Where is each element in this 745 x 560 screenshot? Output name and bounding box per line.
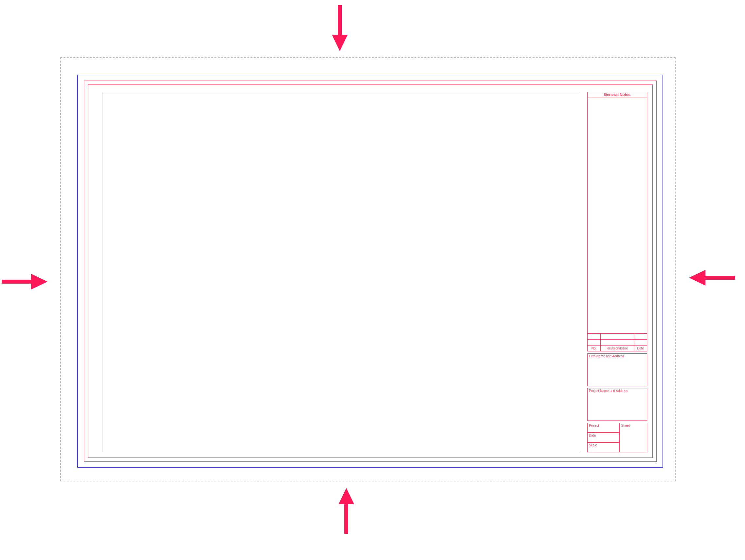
- sheet-info-block: Project Date Scale Sheet: [587, 423, 647, 452]
- general-notes-header: General Notes: [588, 92, 647, 97]
- project-label: Project Name and Address: [589, 389, 628, 393]
- firm-box: Firm Name and Address: [587, 353, 647, 386]
- revision-table: No. Revision/Issue Date: [587, 333, 647, 351]
- revision-row-empty: [588, 334, 647, 340]
- revision-block: No. Revision/Issue Date: [587, 333, 647, 351]
- date-field-box: Date: [587, 433, 620, 442]
- drawing-area: [102, 92, 580, 452]
- arrow-up-icon: [336, 488, 356, 534]
- general-notes-box: General Notes: [587, 92, 647, 98]
- rev-issue-header: Revision/Issue: [601, 345, 634, 351]
- sheet-field-label: Sheet: [621, 424, 630, 427]
- date-field-label: Date: [589, 434, 596, 437]
- rev-date-header: Date: [634, 345, 647, 351]
- arrow-left-icon: [689, 268, 735, 287]
- scale-field-label: Scale: [589, 443, 597, 447]
- revision-header-row: No. Revision/Issue Date: [588, 345, 647, 351]
- rev-no-header: No.: [588, 345, 601, 351]
- revision-row-empty: [588, 340, 647, 345]
- scale-field-box: Scale: [587, 442, 620, 452]
- firm-label: Firm Name and Address: [589, 354, 624, 358]
- project-box: Project Name and Address: [587, 388, 647, 421]
- project-field-label: Project: [589, 424, 599, 427]
- arrow-down-icon: [330, 5, 350, 51]
- general-notes-area: [587, 98, 647, 333]
- sheet-field-box: Sheet: [620, 423, 647, 452]
- arrow-right-icon: [2, 272, 47, 291]
- project-field-box: Project: [587, 423, 620, 433]
- title-block: General Notes No. Revision/Issue Date Fi…: [587, 92, 647, 452]
